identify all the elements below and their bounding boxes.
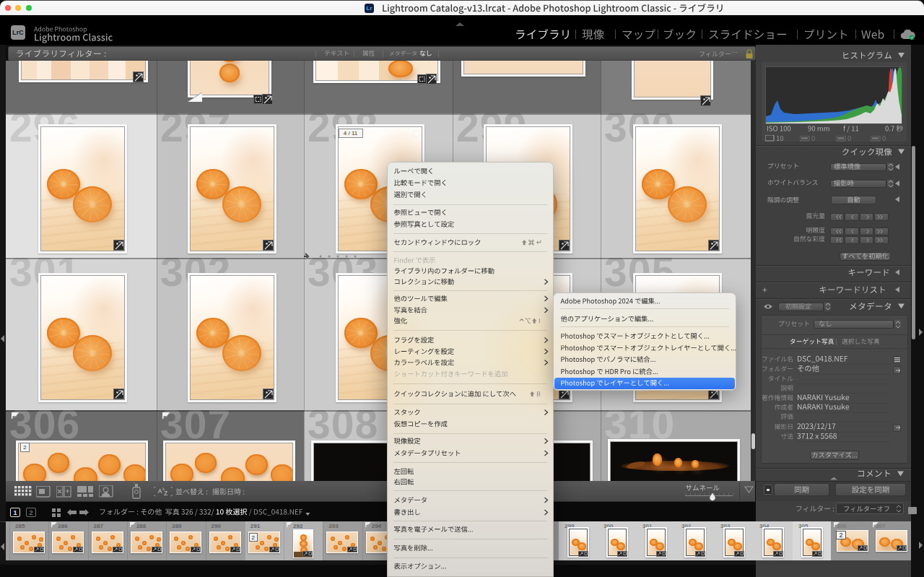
svg-text:A: A bbox=[158, 487, 162, 495]
svg-text:Z: Z bbox=[164, 490, 167, 497]
